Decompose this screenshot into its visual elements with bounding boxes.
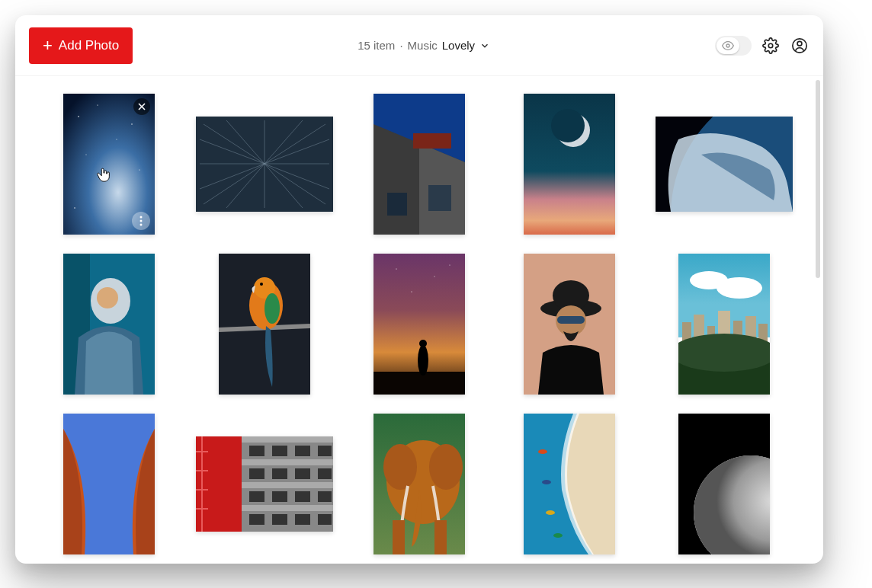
svg-rect-92: [272, 468, 287, 479]
photo-thumb-starburst[interactable]: [196, 117, 333, 212]
photo-cell: [505, 91, 633, 236]
svg-point-57: [434, 276, 434, 276]
svg-point-8: [86, 154, 87, 155]
toggle-knob: [717, 37, 739, 54]
photo-cell: [196, 411, 333, 556]
svg-point-6: [98, 104, 98, 105]
svg-point-117: [546, 510, 555, 515]
svg-rect-90: [318, 446, 332, 456]
svg-rect-101: [295, 514, 310, 525]
svg-point-7: [132, 123, 133, 124]
header: + Add Photo 15 item · Music Lovely: [15, 15, 823, 76]
svg-point-58: [411, 291, 412, 292]
photo-cell: [656, 251, 793, 396]
svg-point-110: [383, 444, 417, 490]
photo-cell: [356, 91, 483, 236]
svg-rect-112: [393, 520, 405, 554]
photo-cell: [656, 411, 793, 556]
svg-rect-87: [249, 446, 264, 456]
svg-point-15: [140, 219, 143, 222]
photo-thumb-elephant[interactable]: [373, 414, 465, 554]
svg-rect-91: [249, 468, 264, 479]
visibility-toggle[interactable]: [715, 36, 752, 56]
svg-point-14: [140, 216, 143, 218]
photo-thumb-parrot[interactable]: [219, 254, 310, 395]
svg-point-0: [726, 44, 729, 47]
photo-cell: [356, 251, 483, 396]
svg-point-61: [418, 345, 428, 375]
svg-point-62: [419, 340, 427, 347]
photo-cell: [505, 411, 633, 556]
photo-thumb-orange-sculpture[interactable]: [63, 414, 155, 554]
photo-thumb-milky-way[interactable]: [63, 94, 155, 235]
plus-icon: +: [43, 37, 53, 54]
svg-point-1: [768, 43, 773, 48]
svg-rect-89: [295, 446, 310, 456]
svg-point-56: [396, 268, 396, 269]
photo-thumb-building-corner[interactable]: [373, 94, 465, 235]
svg-point-111: [429, 444, 463, 490]
profile-button[interactable]: [790, 36, 809, 56]
photo-thumb-hat-sunglasses[interactable]: [524, 254, 615, 395]
svg-rect-38: [428, 185, 451, 211]
scrollbar-thumb[interactable]: [816, 80, 820, 278]
more-vertical-icon: [139, 216, 143, 226]
svg-rect-100: [272, 514, 287, 525]
svg-rect-98: [318, 491, 332, 502]
photo-cell: [196, 91, 333, 236]
photo-thumb-city-skyline[interactable]: [678, 254, 770, 395]
svg-rect-96: [272, 491, 287, 502]
svg-rect-83: [242, 436, 333, 443]
svg-point-118: [553, 533, 563, 538]
svg-rect-99: [249, 514, 264, 525]
svg-rect-97: [295, 491, 310, 502]
svg-point-70: [717, 277, 762, 299]
photo-more-button[interactable]: [132, 212, 150, 230]
gear-icon: [762, 37, 779, 54]
music-name: Lovely: [442, 39, 475, 52]
photo-cell: [46, 251, 173, 396]
photo-thumb-red-building[interactable]: [196, 436, 333, 532]
svg-point-59: [449, 264, 450, 265]
svg-rect-86: [242, 505, 333, 511]
photo-thumb-moon-sunset[interactable]: [524, 94, 615, 235]
photo-grid: [46, 91, 793, 556]
photo-cell: [505, 251, 633, 396]
svg-point-9: [139, 169, 140, 170]
svg-point-10: [75, 207, 75, 208]
photo-thumb-beach-aerial[interactable]: [524, 414, 615, 554]
close-icon: [138, 103, 146, 110]
settings-button[interactable]: [761, 36, 781, 56]
header-center[interactable]: 15 item · Music Lovely: [142, 39, 706, 52]
svg-point-53: [260, 283, 263, 286]
app-window: + Add Photo 15 item · Music Lovely: [15, 15, 823, 564]
svg-point-3: [797, 41, 802, 46]
photo-thumb-earth-from-space[interactable]: [656, 117, 793, 212]
add-photo-button[interactable]: + Add Photo: [29, 27, 133, 64]
photo-grid-container: [15, 76, 823, 564]
scrollbar[interactable]: [816, 80, 820, 293]
remove-photo-button[interactable]: [133, 98, 150, 115]
svg-rect-37: [387, 193, 407, 216]
svg-rect-67: [557, 316, 585, 324]
photo-cell: [356, 411, 483, 556]
svg-rect-39: [413, 133, 451, 149]
svg-point-5: [79, 116, 80, 117]
svg-rect-102: [318, 514, 332, 525]
svg-point-115: [538, 449, 547, 454]
music-prefix: Music: [408, 39, 438, 52]
photo-cell: [656, 91, 793, 236]
photo-thumb-stargazer[interactable]: [373, 254, 465, 395]
svg-point-116: [542, 480, 551, 484]
svg-rect-60: [373, 372, 465, 395]
user-icon: [791, 37, 808, 54]
svg-rect-95: [249, 491, 264, 502]
svg-rect-94: [318, 468, 332, 479]
svg-rect-93: [295, 468, 310, 479]
photo-thumb-hoodie-person[interactable]: [63, 254, 155, 395]
header-right: [715, 36, 809, 56]
item-count: 15 item: [357, 39, 395, 52]
photo-cell: [46, 411, 173, 556]
chevron-down-icon: [479, 40, 490, 51]
photo-thumb-moon-closeup[interactable]: [678, 414, 770, 554]
